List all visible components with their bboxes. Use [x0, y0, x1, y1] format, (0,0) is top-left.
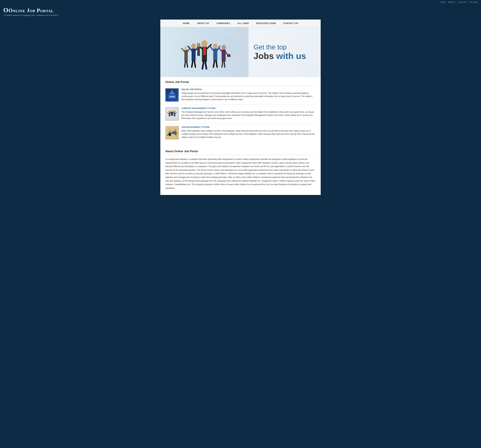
hero-jobs-word: Jobs — [254, 51, 274, 61]
article-cms-text: The Employee Management System runs onli… — [181, 110, 316, 120]
about-divider — [165, 155, 316, 155]
hero-line1: Get the top — [254, 44, 316, 51]
nav-alljobs[interactable]: ALL JOBS — [234, 20, 253, 27]
nav-companies[interactable]: COMPANIES — [213, 20, 234, 27]
about-heading: About Online Job Portal — [165, 150, 316, 153]
svg-point-15 — [184, 45, 188, 50]
site-subtitle: A complete solution for managing Jobs, C… — [3, 14, 478, 16]
content-wrapper: HOME ABOUT US COMPANIES ALL JOBS REGISTE… — [160, 20, 321, 195]
svg-line-7 — [203, 62, 203, 69]
article-cms-title: COMPANY MANAGEMENT SYSTEM — [181, 107, 316, 110]
sep2: | — [456, 1, 457, 3]
article-ojp-text: Today people are accustomed to accessing… — [181, 92, 316, 101]
article-jms-title: JOB MANAGEMENT SYSTEM — [181, 126, 316, 128]
svg-rect-63 — [169, 133, 171, 136]
svg-line-19 — [185, 62, 185, 67]
svg-point-2 — [201, 40, 207, 47]
article-ojp-body: ONLINE JOB PORTAL Today people are accus… — [181, 88, 316, 101]
hero-line2: Jobs with us — [254, 51, 316, 61]
svg-point-21 — [213, 44, 218, 49]
article-ojp-title: ONLINE JOB PORTAL — [181, 88, 316, 91]
topbar-about-link[interactable]: About Us — [448, 1, 455, 3]
article-ojp-thumb: JOBS — [165, 88, 179, 102]
main-section: Online Job Portal JOBS ONLINE JOB PORTA — [160, 77, 321, 148]
topbar-home-link[interactable]: Home — [441, 1, 445, 3]
svg-line-34 — [224, 62, 225, 67]
svg-rect-57 — [174, 113, 175, 116]
about-section: About Online Job Portal An employment we… — [160, 148, 321, 195]
main-nav: HOME ABOUT US COMPANIES ALL JOBS REGISTE… — [160, 20, 321, 27]
nav-contact[interactable]: CONTACT US — [280, 20, 302, 27]
svg-rect-36 — [197, 47, 200, 56]
article-cms-thumb — [165, 107, 179, 120]
hero-with-us: with us — [276, 51, 306, 61]
article-jms-body: JOB MANAGEMENT SYSTEM Many UW employees … — [181, 126, 316, 139]
sep1: | — [446, 1, 447, 3]
svg-rect-4 — [203, 47, 206, 55]
main-section-heading: Online Job Portal — [165, 81, 316, 84]
hero-banner: Get the top Jobs with us — [160, 27, 321, 77]
svg-rect-49 — [169, 113, 170, 116]
article-cms-body: COMPANY MANAGEMENT SYSTEM The Employee M… — [181, 107, 316, 120]
site-header: OOnline Job Portal A complete solution f… — [0, 4, 481, 20]
svg-rect-10 — [192, 49, 195, 61]
svg-point-52 — [171, 110, 173, 112]
svg-text:JOBS: JOBS — [169, 95, 175, 98]
section-divider — [165, 85, 316, 86]
nav-about[interactable]: ABOUT US — [193, 20, 213, 27]
svg-point-27 — [221, 45, 226, 50]
hero-text-section: Get the top Jobs with us — [248, 40, 321, 64]
nav-home[interactable]: HOME — [179, 20, 193, 27]
svg-rect-43 — [170, 92, 174, 94]
topbar-login-link[interactable]: User Login — [469, 1, 478, 3]
sep3: | — [467, 1, 468, 3]
svg-rect-22 — [213, 49, 217, 61]
svg-rect-71 — [174, 131, 176, 135]
hero-people-area — [160, 27, 248, 77]
svg-point-62 — [169, 130, 171, 133]
article-jms-thumb — [165, 126, 179, 139]
svg-line-20 — [187, 62, 188, 67]
article-jms-text: Many UW employees have multiple records … — [181, 129, 316, 139]
topbar-contact-link[interactable]: Contact Us — [458, 1, 466, 3]
svg-rect-16 — [184, 50, 188, 62]
svg-point-46 — [172, 91, 172, 92]
article-ojp: JOBS ONLINE JOB PORTAL Today people are … — [165, 88, 316, 104]
article-cms: COMPANY MANAGEMENT SYSTEM The Employee M… — [165, 107, 316, 123]
svg-rect-31 — [227, 55, 231, 57]
site-title: OOnline Job Portal — [3, 6, 478, 14]
svg-point-70 — [174, 129, 176, 131]
top-bar: Home | About Us | Contact Us | User Logi… — [0, 0, 481, 4]
svg-point-9 — [191, 44, 196, 49]
svg-line-33 — [222, 62, 223, 67]
svg-rect-32 — [228, 54, 230, 55]
article-jms: JOB MANAGEMENT SYSTEM Many UW employees … — [165, 126, 316, 142]
nav-register[interactable]: REGISTER LOGIN — [253, 20, 280, 27]
svg-point-56 — [173, 111, 175, 113]
svg-rect-28 — [222, 50, 226, 62]
about-text: An employment website is a website that … — [165, 158, 316, 190]
svg-line-8 — [205, 62, 206, 69]
